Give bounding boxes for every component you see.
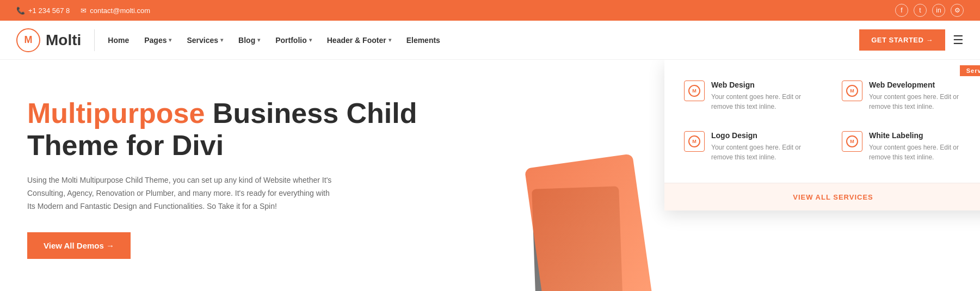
logo-letter: M	[24, 34, 33, 46]
top-bar: 📞 +1 234 567 8 ✉ contact@molti.com f t i…	[0, 0, 980, 21]
nav-blog[interactable]: Blog ▾	[238, 36, 260, 45]
view-all-services-label: VIEW ALL SERVICES	[793, 193, 873, 201]
services-grid: M Web Design Your content goes here. Edi…	[664, 60, 980, 183]
top-bar-social: f t in ⚙	[895, 4, 964, 17]
view-all-demos-button[interactable]: View All Demos →	[27, 232, 131, 259]
email-contact[interactable]: ✉ contact@molti.com	[81, 7, 150, 15]
service-title-web-design: Web Design	[711, 81, 824, 89]
service-title-logo-design: Logo Design	[711, 131, 824, 140]
service-title-white-labeling: White Labeling	[869, 131, 980, 140]
nav-pages[interactable]: Pages ▾	[144, 36, 171, 45]
services-deco-label: Services	[960, 65, 980, 76]
get-started-button[interactable]: GET STARTED →	[859, 29, 945, 51]
hero-title: Multipurpose Business ChildTheme for Div…	[27, 97, 512, 163]
services-deco-text: Services	[966, 67, 980, 74]
nav-pages-caret: ▾	[169, 37, 171, 43]
services-dropdown-panel: Services M Web Design Your content goes …	[664, 60, 980, 210]
service-item-web-design[interactable]: M Web Design Your content goes here. Edi…	[675, 71, 833, 121]
nav-header-footer[interactable]: Header & Footer ▾	[327, 36, 391, 45]
phone-icon: 📞	[16, 7, 25, 15]
hero-section: Multipurpose Business ChildTheme for Div…	[0, 60, 980, 291]
service-text-web-design: Web Design Your content goes here. Edit …	[711, 81, 824, 112]
service-desc-white-labeling: Your content goes here. Edit or remove t…	[869, 143, 980, 162]
nav-pages-label: Pages	[144, 36, 167, 45]
twitter-icon[interactable]: t	[914, 4, 927, 17]
service-icon-logo-design: M	[684, 131, 705, 152]
nav-services-label: Services	[187, 36, 218, 45]
service-desc-web-development: Your content goes here. Edit or remove t…	[869, 92, 980, 112]
hero-content: Multipurpose Business ChildTheme for Div…	[0, 60, 539, 291]
service-text-white-labeling: White Labeling Your content goes here. E…	[869, 131, 980, 162]
phone-contact[interactable]: 📞 +1 234 567 8	[16, 7, 70, 15]
nav-services-caret: ▾	[220, 37, 223, 43]
view-demos-label: View All Demos →	[44, 241, 114, 250]
service-item-web-development[interactable]: M Web Development Your content goes here…	[833, 71, 980, 121]
nav-blog-caret: ▾	[257, 37, 260, 43]
nav-portfolio[interactable]: Portfolio ▾	[275, 36, 312, 45]
nav-divider	[94, 29, 95, 51]
nav-portfolio-caret: ▾	[309, 37, 312, 43]
nav-home[interactable]: Home	[108, 36, 129, 45]
service-text-logo-design: Logo Design Your content goes here. Edit…	[711, 131, 824, 162]
nav-right: GET STARTED → ☰	[859, 29, 964, 51]
nav-header-footer-caret: ▾	[389, 37, 391, 43]
instagram-icon[interactable]: in	[932, 4, 945, 17]
logo-icon: M	[16, 28, 40, 52]
nav-portfolio-label: Portfolio	[275, 36, 307, 45]
nav-elements-label: Elements	[406, 36, 440, 45]
service-icon-white-labeling: M	[842, 131, 862, 152]
hamburger-icon: ☰	[953, 33, 964, 47]
service-icon-inner-2: M	[846, 85, 858, 97]
nav-blog-label: Blog	[238, 36, 255, 45]
nav-elements[interactable]: Elements	[406, 36, 440, 45]
service-icon-web-design: M	[684, 81, 705, 101]
hero-title-accent: Multipurpose	[27, 97, 205, 129]
service-icon-inner-4: M	[846, 135, 858, 147]
device-mockup-orange	[525, 153, 652, 291]
hamburger-menu[interactable]: ☰	[953, 33, 964, 47]
logo-text: Molti	[46, 32, 81, 49]
navbar: M Molti Home Pages ▾ Services ▾ Blog ▾ P…	[0, 21, 980, 60]
get-started-label: GET STARTED →	[871, 36, 933, 44]
service-item-white-labeling[interactable]: M White Labeling Your content goes here.…	[833, 121, 980, 172]
service-item-logo-design[interactable]: M Logo Design Your content goes here. Ed…	[675, 121, 833, 172]
service-desc-logo-design: Your content goes here. Edit or remove t…	[711, 143, 824, 162]
service-text-web-development: Web Development Your content goes here. …	[869, 81, 980, 112]
service-icon-web-development: M	[842, 81, 862, 101]
nav-home-label: Home	[108, 36, 129, 45]
service-icon-inner-3: M	[688, 135, 700, 147]
facebook-icon[interactable]: f	[895, 4, 908, 17]
logo[interactable]: M Molti	[16, 28, 81, 52]
service-icon-inner: M	[688, 85, 700, 97]
email-address: contact@molti.com	[90, 7, 150, 15]
settings-icon[interactable]: ⚙	[951, 4, 964, 17]
nav-header-footer-label: Header & Footer	[327, 36, 386, 45]
top-bar-left: 📞 +1 234 567 8 ✉ contact@molti.com	[16, 7, 150, 15]
view-all-services-button[interactable]: VIEW ALL SERVICES	[664, 183, 980, 210]
phone-number: +1 234 567 8	[28, 7, 70, 15]
email-icon: ✉	[81, 7, 87, 15]
service-desc-web-design: Your content goes here. Edit or remove t…	[711, 92, 824, 112]
service-title-web-development: Web Development	[869, 81, 980, 89]
nav-services[interactable]: Services ▾	[187, 36, 223, 45]
nav-links: Home Pages ▾ Services ▾ Blog ▾ Portfolio…	[108, 36, 859, 45]
hero-description: Using the Molti Multipurpose Child Theme…	[27, 174, 332, 213]
